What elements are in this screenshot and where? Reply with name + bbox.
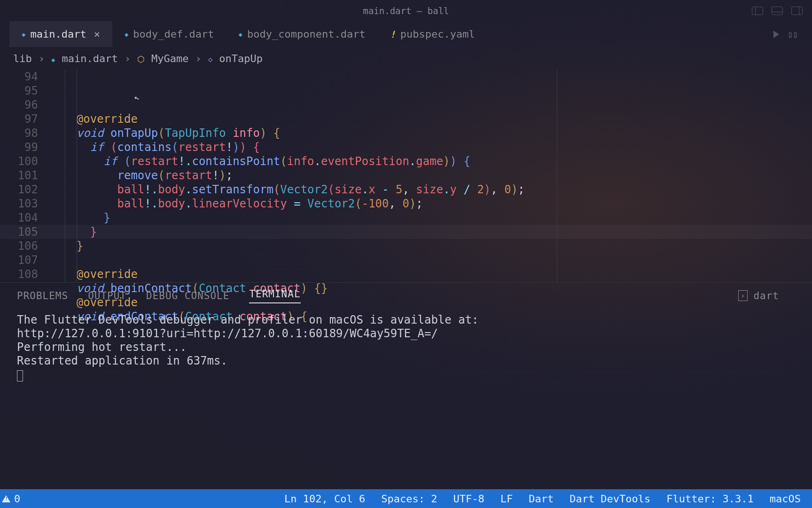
line-number-gutter: 949596979899100101102103104105106107108 (0, 70, 49, 282)
line-number: 102 (0, 183, 38, 197)
status-cursor-position[interactable]: Ln 102, Col 6 (284, 493, 365, 505)
terminal-line: http://127.0.0.1:9101?uri=http://127.0.0… (17, 327, 795, 341)
code-editor[interactable]: 949596979899100101102103104105106107108 … (0, 70, 812, 282)
panel-tab-terminal[interactable]: TERMINAL (249, 288, 300, 303)
run-debug-icon[interactable] (773, 31, 779, 38)
indent-guide (65, 70, 65, 282)
dart-file-icon (125, 28, 128, 40)
terminal-line: Restarted application in 637ms. (17, 354, 795, 368)
tab-label: main.dart (30, 28, 86, 40)
breadcrumb-folder[interactable]: lib (13, 53, 32, 64)
terminal-shell-label[interactable]: dart (753, 290, 779, 302)
status-indent[interactable]: Spaces: 2 (381, 493, 437, 505)
status-eol[interactable]: LF (500, 493, 513, 505)
status-bar: 0 Ln 102, Col 6 Spaces: 2 UTF-8 LF Dart … (0, 489, 812, 508)
panel-tab-output[interactable]: OUTPUT (88, 290, 126, 302)
line-number: 103 (0, 197, 38, 211)
terminal-caret-icon[interactable]: › (738, 290, 748, 301)
status-flutter-version[interactable]: Flutter: 3.3.1 (666, 493, 753, 505)
code-line[interactable]: } (49, 211, 812, 225)
class-icon (137, 53, 145, 64)
current-line-highlight (0, 225, 812, 239)
mouse-cursor-icon: ↖ (132, 90, 141, 105)
split-editor-icon[interactable]: ▯▯ (788, 29, 798, 39)
line-number: 100 (0, 154, 38, 168)
status-language[interactable]: Dart (529, 493, 554, 505)
code-line[interactable]: ball!.body.linearVelocity = Vector2(-100… (49, 197, 812, 211)
line-number: 101 (0, 168, 38, 183)
dart-file-icon (22, 28, 25, 40)
tab-pubspec-yaml[interactable]: pubspec.yaml (378, 21, 487, 47)
code-line[interactable]: } (49, 239, 812, 253)
tab-label: body_component.dart (247, 28, 366, 40)
method-icon (208, 53, 213, 64)
code-line[interactable]: @override (49, 112, 812, 126)
line-number: 104 (0, 211, 38, 225)
line-number: 99 (0, 140, 38, 154)
panel-tab-debug-console[interactable]: DEBUG CONSOLE (146, 290, 229, 302)
tab-body-def-dart[interactable]: body_def.dart (112, 21, 226, 47)
line-number: 107 (0, 253, 38, 267)
tab-label: pubspec.yaml (400, 28, 475, 40)
toggle-right-panel-icon[interactable] (791, 7, 803, 15)
window-title: main.dart — ball (363, 6, 449, 16)
toggle-bottom-panel-icon[interactable] (772, 7, 783, 15)
line-number: 98 (0, 126, 38, 140)
terminal-cursor (17, 370, 23, 381)
breadcrumb-class[interactable]: MyGame (151, 53, 188, 64)
line-number: 106 (0, 239, 38, 253)
line-number: 108 (0, 267, 38, 281)
code-line[interactable]: @override (49, 267, 812, 281)
code-line[interactable]: if (restart!.containsPoint(info.eventPos… (49, 154, 812, 168)
editor-tabbar: main.dart × body_def.dart body_component… (0, 21, 812, 47)
code-line[interactable]: remove(restart!); (49, 168, 812, 183)
code-line[interactable] (49, 253, 812, 267)
terminal-line: Performing hot restart... (17, 341, 795, 354)
panel-tabbar: PROBLEMS OUTPUT DEBUG CONSOLE TERMINAL ›… (0, 283, 812, 309)
code-line[interactable]: } (49, 225, 812, 239)
chevron-right-icon: › (39, 53, 45, 64)
line-number: 97 (0, 112, 38, 126)
tab-body-component-dart[interactable]: body_component.dart (226, 21, 378, 47)
breadcrumb-method[interactable]: onTapUp (219, 53, 263, 64)
line-number: 105 (0, 225, 38, 239)
breadcrumb-file[interactable]: main.dart (62, 53, 117, 64)
indent-guide (77, 70, 77, 282)
line-number: 94 (0, 70, 38, 84)
line-number: 96 (0, 98, 38, 112)
yaml-file-icon (390, 28, 396, 40)
panel-tab-problems[interactable]: PROBLEMS (17, 290, 68, 302)
status-devtools[interactable]: Dart DevTools (570, 493, 650, 505)
status-platform[interactable]: macOS (770, 493, 801, 505)
toggle-left-panel-icon[interactable] (752, 7, 763, 15)
chevron-right-icon: › (195, 53, 201, 64)
dart-file-icon (239, 28, 242, 40)
dart-file-icon (51, 53, 55, 64)
layout-panel-controls (752, 0, 803, 21)
warning-icon[interactable] (2, 495, 10, 502)
status-encoding[interactable]: UTF-8 (453, 493, 484, 505)
code-content[interactable]: @override void onTapUp(TapUpInfo info) {… (49, 70, 812, 282)
terminal-output[interactable]: The Flutter DevTools debugger and profil… (0, 309, 812, 381)
line-number: 95 (0, 84, 38, 98)
tab-main-dart[interactable]: main.dart × (9, 21, 112, 47)
code-line[interactable]: ball!.body.setTransform(Vector2(size.x -… (49, 183, 812, 197)
window-titlebar: main.dart — ball (0, 0, 812, 21)
code-line[interactable]: void onTapUp(TapUpInfo info) { (49, 126, 812, 140)
tab-label: body_def.dart (133, 28, 214, 40)
terminal-line: The Flutter DevTools debugger and profil… (17, 313, 795, 327)
code-line[interactable]: if (contains(restart!)) { (49, 140, 812, 154)
breadcrumb-bar: lib › main.dart › MyGame › onTapUp (0, 47, 812, 70)
status-warning-count[interactable]: 0 (14, 493, 20, 505)
bottom-panel: PROBLEMS OUTPUT DEBUG CONSOLE TERMINAL ›… (0, 282, 812, 388)
close-tab-icon[interactable]: × (94, 29, 100, 40)
chevron-right-icon: › (125, 53, 131, 64)
